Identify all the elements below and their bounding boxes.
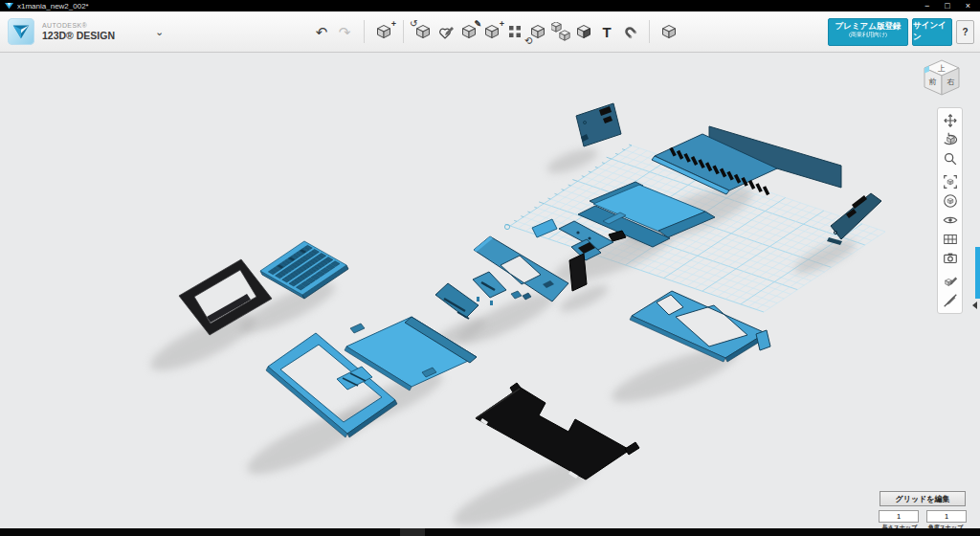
groups-tool[interactable] (658, 21, 679, 42)
tool-strip: ↶ ↷ + ↺ ✎ + ⟲ T (310, 11, 680, 52)
part-keyboard[interactable] (260, 241, 348, 299)
material-tool[interactable] (573, 21, 594, 42)
toolbar-separator (649, 20, 650, 43)
taskbar-segment (400, 528, 425, 536)
primitives-tool[interactable]: + (373, 21, 394, 42)
toolbar-separator (403, 20, 404, 43)
minimize-button[interactable]: − (924, 0, 929, 11)
part-side-io-panel[interactable] (827, 193, 881, 245)
edit-grid-button[interactable]: グリッドを編集 (880, 491, 966, 506)
app-logo (8, 18, 34, 45)
part-pcb-board[interactable] (576, 103, 621, 146)
show-grid-icon[interactable] (940, 230, 960, 249)
material-view-icon[interactable] (940, 272, 960, 291)
viewcube-front-label[interactable]: 前 (929, 78, 937, 86)
length-snap-input[interactable] (879, 510, 919, 523)
pan-icon[interactable] (940, 111, 960, 130)
sketch-visibility-icon[interactable] (940, 291, 960, 310)
zoom-icon[interactable] (940, 149, 960, 168)
snapshot-camera-icon[interactable] (940, 249, 960, 268)
redo-button[interactable]: ↷ (334, 21, 355, 42)
orbit-icon[interactable] (940, 130, 960, 149)
app-logo-icon (5, 2, 13, 11)
title-bar: x1mania_new2_002* − □ × (0, 0, 980, 11)
viewcube-right-label[interactable]: 右 (947, 78, 955, 86)
undo-button[interactable]: ↶ (311, 21, 332, 42)
part-chassis-frame-right[interactable] (630, 291, 770, 362)
part-io-bracket[interactable] (473, 272, 506, 305)
restore-button[interactable]: □ (945, 0, 949, 11)
construct-tool[interactable]: ✎ (458, 21, 479, 42)
part-vent-panel[interactable] (652, 126, 841, 194)
sign-in-button[interactable]: サインイン (912, 18, 952, 46)
grid-settings-panel: グリッドを編集 長さスナップ 角度スナップ (877, 491, 969, 528)
toolbar-separator (364, 20, 365, 43)
brand-text: AUTODESK® 123D® DESIGN (42, 22, 115, 41)
look-at-icon[interactable] (940, 191, 960, 211)
grouping-tool[interactable]: ⟲ (527, 21, 548, 42)
fit-view-icon[interactable] (940, 172, 960, 191)
scene-3d (0, 53, 980, 528)
brand-autodesk: AUTODESK® (42, 22, 115, 29)
sketch-tool[interactable] (435, 21, 457, 42)
part-knobs[interactable] (511, 291, 531, 300)
panel-collapse-arrow-icon[interactable] (972, 302, 977, 309)
chevron-down-icon[interactable]: ⌄ (155, 26, 164, 38)
view-toolbar (937, 107, 963, 314)
help-button[interactable]: ? (956, 20, 974, 44)
modify-tool[interactable]: + (481, 21, 502, 42)
tab-title: x1mania_new2_002* (17, 2, 89, 11)
header-actions: プレミアム版登録 (商業利用向け) サインイン ? (828, 11, 974, 52)
part-front-bezel-small[interactable] (435, 283, 479, 319)
part-black-card[interactable] (569, 254, 587, 291)
view-cube[interactable]: 上 前 右 (917, 55, 967, 104)
snap-tool[interactable] (619, 21, 640, 42)
hide-eye-icon[interactable] (940, 211, 960, 230)
app-menu[interactable]: AUTODESK® 123D® DESIGN ⌄ (0, 18, 164, 45)
logo-triangle-icon (11, 21, 32, 42)
viewcube-top-label[interactable]: 上 (937, 64, 946, 73)
combine-tool[interactable] (550, 21, 571, 42)
document-tab[interactable]: x1mania_new2_002* (0, 2, 89, 11)
angle-snap-input[interactable] (926, 510, 967, 523)
taskbar-strip (0, 528, 980, 536)
main-toolbar: AUTODESK® 123D® DESIGN ⌄ ↶ ↷ + ↺ ✎ + ⟲ T (0, 11, 980, 53)
brand-product: 123D® DESIGN (42, 31, 115, 41)
edge-scrollbar[interactable] (975, 247, 980, 299)
viewport-3d[interactable]: 上 前 右 (0, 53, 980, 528)
close-button[interactable]: × (966, 0, 970, 11)
premium-signup-button[interactable]: プレミアム版登録 (商業利用向け) (828, 18, 908, 46)
pattern-tool[interactable] (504, 21, 525, 42)
text-tool[interactable]: T (596, 21, 617, 42)
transform-tool[interactable]: ↺ (412, 21, 434, 42)
